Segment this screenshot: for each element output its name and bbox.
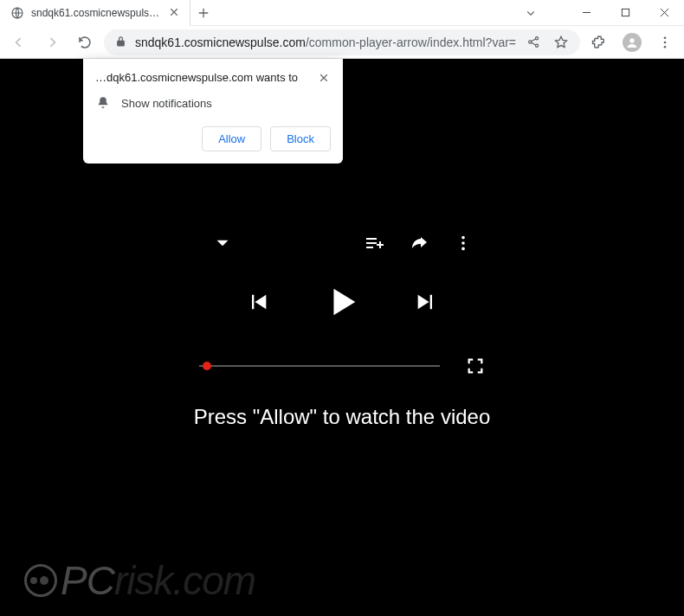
close-icon[interactable] <box>317 71 331 85</box>
extensions-icon[interactable] <box>585 29 613 56</box>
address-bar[interactable]: sndqk61.cosmicnewspulse.com/common-playe… <box>104 29 580 55</box>
player-controls <box>0 282 684 322</box>
svg-point-7 <box>664 41 667 43</box>
url-host: sndqk61.cosmicnewspulse.com <box>135 35 306 49</box>
allow-button[interactable]: Allow <box>202 126 261 151</box>
window-titlebar: sndqk61.cosmicnewspulse.com/ <box>0 0 684 26</box>
block-button[interactable]: Block <box>270 126 331 151</box>
more-icon[interactable] <box>454 234 473 253</box>
watermark-text-b: risk.com <box>114 557 255 604</box>
lock-icon <box>113 35 128 50</box>
maximize-button[interactable] <box>606 0 645 26</box>
window-dropdown-icon[interactable] <box>511 0 550 26</box>
queue-add-icon[interactable] <box>364 233 384 253</box>
profile-button[interactable] <box>618 29 646 56</box>
progress-bar[interactable] <box>199 365 440 367</box>
share-arrow-icon[interactable] <box>409 233 429 253</box>
svg-point-9 <box>461 236 465 240</box>
watermark-text-a: PC <box>61 557 114 604</box>
url-text: sndqk61.cosmicnewspulse.com/common-playe… <box>135 35 516 49</box>
svg-point-4 <box>535 44 538 47</box>
bookmark-icon[interactable] <box>551 32 571 53</box>
reload-button[interactable] <box>71 29 99 56</box>
previous-track-icon[interactable] <box>246 290 270 314</box>
browser-toolbar: sndqk61.cosmicnewspulse.com/common-playe… <box>0 26 684 59</box>
back-button[interactable] <box>5 29 33 56</box>
permission-capability-text: Show notifications <box>121 97 212 110</box>
svg-point-3 <box>535 37 538 40</box>
tab-title: sndqk61.cosmicnewspulse.com/ <box>31 7 162 19</box>
player-message: Press "Allow" to watch the video <box>0 405 684 429</box>
player-progress-row <box>199 356 485 375</box>
page-content: …dqk61.cosmicnewspulse.com wants to Show… <box>0 59 684 616</box>
globe-icon <box>10 6 24 20</box>
close-tab-icon[interactable] <box>169 7 181 19</box>
share-icon[interactable] <box>523 32 544 53</box>
watermark-logo-icon <box>24 564 57 597</box>
svg-rect-1 <box>622 9 629 16</box>
browser-tab[interactable]: sndqk61.cosmicnewspulse.com/ <box>0 0 190 26</box>
notification-permission-popup: …dqk61.cosmicnewspulse.com wants to Show… <box>83 59 343 164</box>
forward-button[interactable] <box>38 29 66 56</box>
profile-avatar-icon <box>623 33 642 52</box>
url-path: /common-player-arrow/index.html?var=&ymi… <box>306 35 516 49</box>
player-top-row <box>0 232 684 254</box>
svg-point-2 <box>528 41 531 43</box>
kebab-menu-icon[interactable] <box>651 29 679 56</box>
svg-point-6 <box>664 36 667 39</box>
play-button[interactable] <box>322 282 362 322</box>
svg-point-10 <box>461 241 465 245</box>
fullscreen-icon[interactable] <box>466 356 485 375</box>
svg-point-8 <box>664 45 667 48</box>
chevron-down-icon[interactable] <box>211 232 234 254</box>
new-tab-button[interactable] <box>190 0 216 26</box>
svg-point-5 <box>629 38 634 42</box>
close-window-button[interactable] <box>645 0 684 26</box>
bell-icon <box>95 95 111 111</box>
watermark: PCrisk.com <box>24 557 255 604</box>
svg-point-11 <box>461 247 465 251</box>
minimize-button[interactable] <box>567 0 606 26</box>
permission-origin-text: …dqk61.cosmicnewspulse.com wants to <box>95 71 298 84</box>
progress-handle[interactable] <box>203 362 211 370</box>
next-track-icon[interactable] <box>414 290 438 314</box>
